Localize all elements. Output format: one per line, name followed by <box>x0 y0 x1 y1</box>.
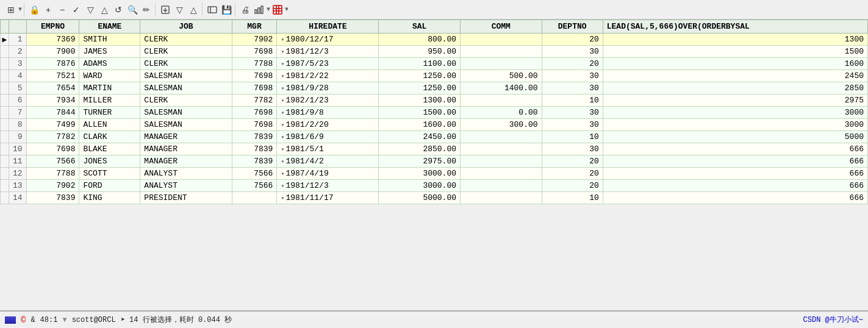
up2-icon[interactable]: △ <box>187 3 200 16</box>
cell-sal: 2450.00 <box>379 131 461 143</box>
data-table: EMPNO ENAME JOB MGR HIREDATE SAL COMM DE… <box>0 20 868 204</box>
cell-mgr: 7839 <box>232 131 277 143</box>
status-left: © & 48:1 ▼ scott@ORCL ➤ 14 行被选择，耗时 0.044… <box>5 315 232 325</box>
cell-sal: 1300.00 <box>379 94 461 107</box>
row-number: 12 <box>9 168 27 180</box>
cell-deptno: 10 <box>542 192 603 204</box>
table-row[interactable]: 117566JONESMANAGER7839▾1981/4/22975.0020… <box>1 155 868 168</box>
row-indicator <box>1 192 9 204</box>
col-header-hiredate[interactable]: HIREDATE <box>277 20 379 34</box>
filter-up-icon[interactable]: △ <box>98 3 111 16</box>
cell-hiredate: ▾1981/9/28 <box>277 82 379 94</box>
cell-comm: 500.00 <box>461 70 542 82</box>
grid-icon[interactable]: ⊞ <box>4 3 18 16</box>
col-header-ename[interactable]: ENAME <box>79 20 140 34</box>
cell-job: MANAGER <box>140 155 232 168</box>
cell-job: CLERK <box>140 34 232 46</box>
col-header-lead[interactable]: LEAD(SAL,5,666)OVER(ORDERBYSAL <box>603 20 867 34</box>
row-number: 2 <box>9 46 27 58</box>
cell-comm: 300.00 <box>461 119 542 131</box>
table-row[interactable]: 87499ALLENSALESMAN7698▾1981/2/201600.003… <box>1 119 868 131</box>
print-icon[interactable]: 🖨 <box>239 3 252 16</box>
sort-caret-icon: ▾ <box>281 146 284 153</box>
cell-ename: KING <box>79 192 140 204</box>
sort-caret-icon: ▾ <box>281 134 284 141</box>
cell-ename: SMITH <box>79 34 140 46</box>
cell-hiredate: ▾1981/12/3 <box>277 180 379 192</box>
row-number: 8 <box>9 119 27 131</box>
cell-lead: 3000 <box>603 119 867 131</box>
row-number: 10 <box>9 143 27 155</box>
table-row[interactable]: 97782CLARKMANAGER7839▾1981/6/92450.00105… <box>1 131 868 143</box>
table-row[interactable]: ▶17369SMITHCLERK7902▾1980/12/17800.00201… <box>1 34 868 46</box>
table-row[interactable]: 137902FORDANALYST7566▾1981/12/33000.0020… <box>1 180 868 192</box>
cell-lead: 1500 <box>603 46 867 58</box>
status-amp: & <box>30 316 35 324</box>
cell-comm <box>461 180 542 192</box>
status-bar-icon <box>5 316 16 324</box>
cell-ename: FORD <box>79 180 140 192</box>
check-icon[interactable]: ✓ <box>70 3 83 16</box>
col-header-mgr[interactable]: MGR <box>232 20 277 34</box>
cell-ename: CLARK <box>79 131 140 143</box>
cell-mgr: 7698 <box>232 70 277 82</box>
cell-comm <box>461 155 542 168</box>
cell-empno: 7698 <box>26 143 79 155</box>
table-row[interactable]: 57654MARTINSALESMAN7698▾1981/9/281250.00… <box>1 82 868 94</box>
cell-mgr: 7566 <box>232 168 277 180</box>
sort-caret-icon: ▾ <box>281 171 284 177</box>
cell-deptno: 20 <box>542 34 603 46</box>
col-header-comm[interactable]: COMM <box>461 20 542 34</box>
clear-icon[interactable]: ✏ <box>140 3 153 16</box>
cell-sal: 950.00 <box>379 46 461 58</box>
table-row[interactable]: 147839KINGPRESIDENT▾1981/11/175000.00106… <box>1 192 868 204</box>
col-header-deptno[interactable]: DEPTNO <box>542 20 603 34</box>
table-row[interactable]: 107698BLAKEMANAGER7839▾1981/5/12850.0030… <box>1 143 868 155</box>
add-icon[interactable]: + <box>41 3 55 16</box>
toolbar-group-2: 🔒 + − ✓ ▽ △ ↺ 🔍 ✏ <box>26 3 156 16</box>
minus-icon[interactable]: − <box>56 3 69 16</box>
cell-job: ANALYST <box>140 168 232 180</box>
table-row[interactable]: 67934MILLERCLERK7782▾1982/1/231300.00102… <box>1 94 868 107</box>
row-indicator <box>1 168 9 180</box>
cell-hiredate: ▾1981/4/2 <box>277 155 379 168</box>
table2-icon[interactable] <box>271 3 284 16</box>
table-row[interactable]: 77844TURNERSALESMAN7698▾1981/9/81500.000… <box>1 107 868 119</box>
cell-lead: 666 <box>603 180 867 192</box>
col-header-job[interactable]: JOB <box>140 20 232 34</box>
col-header-empno[interactable]: EMPNO <box>26 20 79 34</box>
row-indicator <box>1 131 9 143</box>
table-body: ▶17369SMITHCLERK7902▾1980/12/17800.00201… <box>1 34 868 204</box>
cell-mgr: 7788 <box>232 58 277 70</box>
row-number: 11 <box>9 155 27 168</box>
filter-down-icon[interactable]: ▽ <box>84 3 97 16</box>
svg-rect-2 <box>208 7 217 13</box>
table-row[interactable]: 27900JAMESCLERK7698▾1981/12/3950.0030150… <box>1 46 868 58</box>
save-icon[interactable]: 💾 <box>220 3 233 16</box>
status-icon2: © <box>21 315 26 325</box>
refresh-icon[interactable]: ↺ <box>112 3 125 16</box>
connect-icon[interactable] <box>206 3 219 16</box>
chart-icon[interactable] <box>253 3 266 16</box>
cell-mgr: 7698 <box>232 82 277 94</box>
lock-icon[interactable]: 🔒 <box>27 3 41 16</box>
col-header-rownum <box>9 20 27 34</box>
col-header-sal[interactable]: SAL <box>379 20 461 34</box>
table-row[interactable]: 127788SCOTTANALYST7566▾1987/4/193000.002… <box>1 168 868 180</box>
data-table-container: EMPNO ENAME JOB MGR HIREDATE SAL COMM DE… <box>0 20 868 311</box>
sort-caret-icon: ▾ <box>281 85 284 92</box>
filter2-icon[interactable]: ▽ <box>173 3 186 16</box>
cell-hiredate: ▾1981/9/8 <box>277 107 379 119</box>
sort-caret-icon: ▾ <box>281 195 284 202</box>
cell-empno: 7566 <box>26 155 79 168</box>
cell-ename: BLAKE <box>79 143 140 155</box>
cell-deptno: 30 <box>542 70 603 82</box>
cell-sal: 3000.00 <box>379 168 461 180</box>
cell-comm <box>461 94 542 107</box>
cell-lead: 666 <box>603 192 867 204</box>
export-icon[interactable] <box>159 3 172 16</box>
table-row[interactable]: 37876ADAMSCLERK7788▾1987/5/231100.002016… <box>1 58 868 70</box>
row-indicator <box>1 155 9 168</box>
search-icon[interactable]: 🔍 <box>126 3 139 16</box>
table-row[interactable]: 47521WARDSALESMAN7698▾1981/2/221250.0050… <box>1 70 868 82</box>
